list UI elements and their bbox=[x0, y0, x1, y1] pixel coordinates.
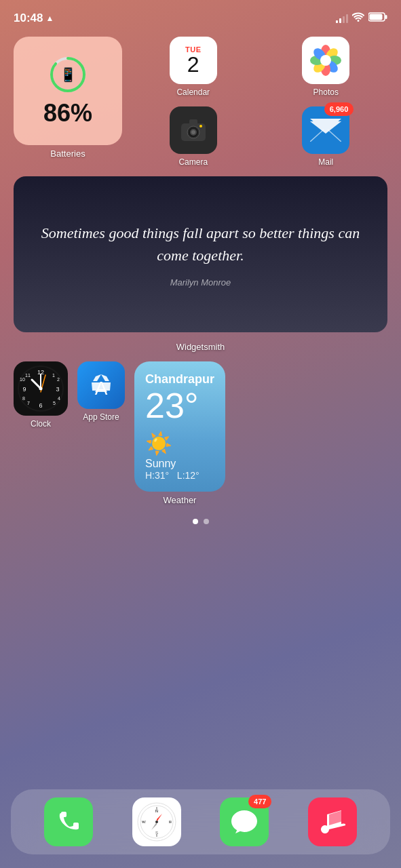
photos-label: Photos bbox=[313, 87, 339, 97]
svg-point-13 bbox=[320, 55, 331, 66]
svg-text:3: 3 bbox=[56, 386, 59, 393]
svg-text:W: W bbox=[142, 820, 146, 824]
mail-icon: 6,960 bbox=[302, 106, 349, 154]
svg-text:5: 5 bbox=[53, 401, 56, 406]
svg-rect-1 bbox=[370, 14, 383, 20]
weather-city: Chandrapur bbox=[145, 372, 214, 387]
phone-dock-item[interactable] bbox=[44, 797, 93, 846]
calendar-icon: TUE 2 bbox=[170, 37, 217, 84]
messages-badge: 477 bbox=[248, 795, 271, 808]
weather-low: L:12° bbox=[177, 470, 199, 481]
signal-icon bbox=[336, 14, 348, 23]
dock: N S E W 477 bbox=[11, 789, 390, 854]
camera-app[interactable]: Camera bbox=[132, 106, 255, 167]
clock-icon: 12 3 6 9 1 2 4 5 7 8 10 11 bbox=[14, 361, 68, 416]
battery-percent: 86% bbox=[43, 99, 92, 127]
svg-text:9: 9 bbox=[22, 386, 26, 393]
weather-high: H:31° bbox=[145, 470, 169, 481]
svg-text:S: S bbox=[155, 831, 158, 835]
battery-phone-icon: 📱 bbox=[60, 66, 77, 83]
battery-status-icon bbox=[368, 12, 387, 24]
appstore-app[interactable]: A App Store bbox=[77, 361, 125, 422]
safari-dock-item[interactable]: N S E W bbox=[132, 797, 181, 846]
svg-text:6: 6 bbox=[39, 402, 42, 409]
quote-author: Marilyn Monroe bbox=[170, 277, 231, 288]
calendar-day: 2 bbox=[187, 54, 199, 75]
svg-text:10: 10 bbox=[20, 377, 25, 382]
svg-text:8: 8 bbox=[22, 396, 25, 401]
weather-label: Weather bbox=[164, 495, 197, 505]
safari-dock-icon: N S E W bbox=[132, 797, 181, 846]
photos-icon bbox=[302, 37, 349, 84]
status-time: 10:48 ▲ bbox=[14, 12, 54, 25]
mail-app[interactable]: 6,960 Mail bbox=[265, 106, 388, 167]
photos-app[interactable]: Photos bbox=[265, 37, 388, 97]
svg-rect-2 bbox=[385, 15, 387, 19]
time-display: 10:48 bbox=[14, 12, 43, 25]
svg-text:4: 4 bbox=[58, 396, 60, 401]
quote-text: Sometimes good things fall apart so bett… bbox=[27, 222, 374, 267]
calendar-label: Calendar bbox=[176, 87, 210, 97]
svg-rect-15 bbox=[189, 119, 197, 125]
batteries-widget[interactable]: 📱 86% Batteries bbox=[14, 37, 122, 159]
music-dock-icon bbox=[308, 797, 357, 846]
weather-widget: Chandrapur 23° ☀️ Sunny H:31° L:12° bbox=[134, 361, 225, 492]
page-dots bbox=[14, 519, 387, 524]
svg-point-20 bbox=[199, 125, 202, 127]
weather-sun-icon: ☀️ bbox=[145, 431, 214, 456]
status-icons bbox=[336, 12, 387, 24]
bottom-apps-row: 12 3 6 9 1 2 4 5 7 8 10 11 bbox=[14, 361, 387, 505]
svg-point-45 bbox=[39, 387, 43, 391]
music-dock-item[interactable] bbox=[308, 797, 357, 846]
svg-text:N: N bbox=[155, 809, 157, 813]
top-row: 📱 86% Batteries TUE 2 Calendar bbox=[14, 37, 387, 167]
clock-label: Clock bbox=[31, 419, 51, 429]
mail-badge: 6,960 bbox=[324, 102, 354, 116]
page-dot-2 bbox=[204, 519, 209, 524]
svg-point-60 bbox=[155, 821, 158, 823]
mail-label: Mail bbox=[318, 157, 333, 167]
svg-text:7: 7 bbox=[27, 401, 30, 406]
svg-text:11: 11 bbox=[25, 373, 31, 378]
right-app-grid: TUE 2 Calendar bbox=[132, 37, 387, 167]
location-arrow-icon: ▲ bbox=[45, 14, 54, 23]
page-dot-1 bbox=[193, 519, 198, 524]
weather-temp: 23° bbox=[145, 387, 214, 425]
messages-dock-item[interactable]: 477 bbox=[220, 797, 269, 846]
camera-icon bbox=[170, 106, 217, 154]
svg-text:1: 1 bbox=[52, 373, 55, 378]
svg-text:A: A bbox=[95, 378, 108, 399]
svg-text:2: 2 bbox=[57, 377, 60, 382]
quote-widget[interactable]: Sometimes good things fall apart so bett… bbox=[14, 176, 387, 332]
clock-app[interactable]: 12 3 6 9 1 2 4 5 7 8 10 11 bbox=[14, 361, 68, 429]
appstore-label: App Store bbox=[83, 412, 119, 422]
svg-point-19 bbox=[191, 130, 195, 134]
weather-hl: H:31° L:12° bbox=[145, 470, 214, 481]
widgetsmith-label: Widgetsmith bbox=[14, 342, 387, 352]
batteries-label: Batteries bbox=[14, 149, 122, 159]
camera-label: Camera bbox=[178, 157, 208, 167]
calendar-app[interactable]: TUE 2 Calendar bbox=[132, 37, 255, 97]
weather-condition: Sunny bbox=[145, 458, 214, 470]
messages-dock-icon: 477 bbox=[220, 797, 269, 846]
appstore-icon: A bbox=[77, 361, 125, 409]
svg-text:E: E bbox=[169, 820, 172, 824]
battery-ring: 📱 bbox=[47, 54, 88, 95]
home-screen: 📱 86% Batteries TUE 2 Calendar bbox=[0, 30, 401, 542]
status-bar: 10:48 ▲ bbox=[0, 0, 401, 30]
weather-app[interactable]: Chandrapur 23° ☀️ Sunny H:31° L:12° Weat… bbox=[134, 361, 225, 505]
phone-dock-icon bbox=[44, 797, 93, 846]
wifi-icon bbox=[352, 12, 364, 24]
